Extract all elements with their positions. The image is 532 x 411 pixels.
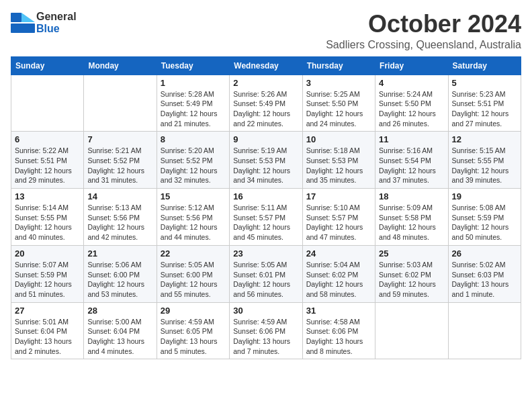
day-number: 14: [87, 191, 152, 201]
day-detail: Sunrise: 5:00 AM Sunset: 6:04 PM Dayligh…: [87, 317, 152, 357]
calendar-title: October 2024: [326, 11, 521, 38]
calendar-week-row: 1Sunrise: 5:28 AM Sunset: 5:49 PM Daylig…: [11, 75, 521, 132]
calendar-cell: [448, 302, 521, 359]
day-detail: Sunrise: 5:22 AM Sunset: 5:51 PM Dayligh…: [15, 146, 80, 185]
day-detail: Sunrise: 5:25 AM Sunset: 5:50 PM Dayligh…: [306, 89, 371, 129]
calendar-cell: 29Sunrise: 4:59 AM Sunset: 6:05 PM Dayli…: [157, 302, 229, 359]
day-detail: Sunrise: 5:18 AM Sunset: 5:53 PM Dayligh…: [306, 146, 371, 185]
calendar-week-row: 6Sunrise: 5:22 AM Sunset: 5:51 PM Daylig…: [11, 132, 521, 189]
day-number: 29: [161, 306, 226, 316]
day-detail: Sunrise: 5:28 AM Sunset: 5:49 PM Dayligh…: [161, 89, 226, 129]
calendar-cell: [375, 302, 448, 359]
day-detail: Sunrise: 5:20 AM Sunset: 5:52 PM Dayligh…: [161, 146, 226, 185]
calendar-cell: 3Sunrise: 5:25 AM Sunset: 5:50 PM Daylig…: [302, 75, 375, 132]
calendar-cell: 8Sunrise: 5:20 AM Sunset: 5:52 PM Daylig…: [157, 132, 229, 189]
day-number: 13: [15, 191, 80, 201]
calendar-cell: 1Sunrise: 5:28 AM Sunset: 5:49 PM Daylig…: [157, 75, 229, 132]
day-detail: Sunrise: 5:03 AM Sunset: 6:02 PM Dayligh…: [379, 260, 444, 300]
logo: General Blue: [11, 11, 77, 34]
calendar-cell: 4Sunrise: 5:24 AM Sunset: 5:50 PM Daylig…: [375, 75, 448, 132]
logo-line1: General: [36, 11, 77, 23]
day-number: 4: [379, 78, 444, 88]
calendar-cell: 26Sunrise: 5:02 AM Sunset: 6:03 PM Dayli…: [448, 245, 521, 302]
day-number: 2: [233, 78, 298, 88]
day-number: 15: [161, 191, 226, 201]
calendar-cell: 14Sunrise: 5:13 AM Sunset: 5:56 PM Dayli…: [84, 189, 157, 246]
weekday-header-row: SundayMondayTuesdayWednesdayThursdayFrid…: [11, 56, 521, 75]
day-number: 12: [452, 134, 517, 144]
weekday-header-wednesday: Wednesday: [230, 56, 302, 75]
day-detail: Sunrise: 5:05 AM Sunset: 6:00 PM Dayligh…: [161, 260, 226, 300]
day-detail: Sunrise: 5:02 AM Sunset: 6:03 PM Dayligh…: [452, 260, 517, 300]
weekday-header-tuesday: Tuesday: [157, 56, 229, 75]
day-detail: Sunrise: 5:11 AM Sunset: 5:57 PM Dayligh…: [233, 203, 298, 242]
calendar-cell: 13Sunrise: 5:14 AM Sunset: 5:55 PM Dayli…: [11, 189, 84, 246]
day-detail: Sunrise: 5:23 AM Sunset: 5:51 PM Dayligh…: [452, 89, 517, 129]
calendar-week-row: 20Sunrise: 5:07 AM Sunset: 5:59 PM Dayli…: [11, 245, 521, 302]
day-number: 23: [233, 248, 298, 259]
day-number: 31: [306, 306, 371, 316]
day-detail: Sunrise: 5:16 AM Sunset: 5:54 PM Dayligh…: [379, 146, 444, 185]
calendar-title-block: October 2024 Sadliers Crossing, Queensla…: [326, 11, 521, 51]
calendar-cell: 5Sunrise: 5:23 AM Sunset: 5:51 PM Daylig…: [448, 75, 521, 132]
calendar-cell: 27Sunrise: 5:01 AM Sunset: 6:04 PM Dayli…: [11, 302, 84, 359]
day-number: 21: [87, 248, 152, 259]
day-number: 3: [306, 78, 371, 88]
weekday-header-sunday: Sunday: [11, 56, 84, 75]
day-number: 30: [233, 306, 298, 316]
day-detail: Sunrise: 4:59 AM Sunset: 6:06 PM Dayligh…: [233, 317, 298, 357]
day-number: 19: [452, 191, 517, 201]
calendar-cell: 15Sunrise: 5:12 AM Sunset: 5:56 PM Dayli…: [157, 189, 229, 246]
day-detail: Sunrise: 5:01 AM Sunset: 6:04 PM Dayligh…: [15, 317, 80, 357]
day-number: 20: [15, 248, 80, 259]
calendar-cell: 21Sunrise: 5:06 AM Sunset: 6:00 PM Dayli…: [84, 245, 157, 302]
day-number: 16: [233, 191, 298, 201]
day-detail: Sunrise: 5:06 AM Sunset: 6:00 PM Dayligh…: [87, 260, 152, 300]
calendar-cell: 28Sunrise: 5:00 AM Sunset: 6:04 PM Dayli…: [84, 302, 157, 359]
day-detail: Sunrise: 5:15 AM Sunset: 5:55 PM Dayligh…: [452, 146, 517, 185]
day-detail: Sunrise: 5:13 AM Sunset: 5:56 PM Dayligh…: [87, 203, 152, 242]
calendar-cell: 18Sunrise: 5:09 AM Sunset: 5:58 PM Dayli…: [375, 189, 448, 246]
day-detail: Sunrise: 5:10 AM Sunset: 5:57 PM Dayligh…: [306, 203, 371, 242]
calendar-cell: 9Sunrise: 5:19 AM Sunset: 5:53 PM Daylig…: [230, 132, 302, 189]
day-number: 10: [306, 134, 371, 144]
calendar-week-row: 27Sunrise: 5:01 AM Sunset: 6:04 PM Dayli…: [11, 302, 521, 359]
day-detail: Sunrise: 5:21 AM Sunset: 5:52 PM Dayligh…: [87, 146, 152, 185]
logo-line2: Blue: [36, 23, 77, 35]
day-number: 24: [306, 248, 371, 259]
day-detail: Sunrise: 5:24 AM Sunset: 5:50 PM Dayligh…: [379, 89, 444, 129]
day-detail: Sunrise: 5:19 AM Sunset: 5:53 PM Dayligh…: [233, 146, 298, 185]
calendar-subtitle: Sadliers Crossing, Queensland, Australia: [326, 39, 521, 51]
calendar-cell: 19Sunrise: 5:08 AM Sunset: 5:59 PM Dayli…: [448, 189, 521, 246]
weekday-header-thursday: Thursday: [302, 56, 375, 75]
svg-rect-2: [11, 24, 35, 33]
calendar-cell: 24Sunrise: 5:04 AM Sunset: 6:02 PM Dayli…: [302, 245, 375, 302]
weekday-header-friday: Friday: [375, 56, 448, 75]
calendar-cell: [11, 75, 84, 132]
calendar-cell: 12Sunrise: 5:15 AM Sunset: 5:55 PM Dayli…: [448, 132, 521, 189]
day-number: 18: [379, 191, 444, 201]
day-number: 28: [87, 306, 152, 316]
day-number: 1: [161, 78, 226, 88]
day-detail: Sunrise: 5:04 AM Sunset: 6:02 PM Dayligh…: [306, 260, 371, 300]
calendar-cell: 7Sunrise: 5:21 AM Sunset: 5:52 PM Daylig…: [84, 132, 157, 189]
day-detail: Sunrise: 4:58 AM Sunset: 6:06 PM Dayligh…: [306, 317, 371, 357]
weekday-header-saturday: Saturday: [448, 56, 521, 75]
calendar-cell: 10Sunrise: 5:18 AM Sunset: 5:53 PM Dayli…: [302, 132, 375, 189]
calendar-cell: 25Sunrise: 5:03 AM Sunset: 6:02 PM Dayli…: [375, 245, 448, 302]
day-number: 25: [379, 248, 444, 259]
calendar-cell: 31Sunrise: 4:58 AM Sunset: 6:06 PM Dayli…: [302, 302, 375, 359]
calendar-cell: 2Sunrise: 5:26 AM Sunset: 5:49 PM Daylig…: [230, 75, 302, 132]
day-detail: Sunrise: 4:59 AM Sunset: 6:05 PM Dayligh…: [161, 317, 226, 357]
calendar-cell: [84, 75, 157, 132]
calendar-week-row: 13Sunrise: 5:14 AM Sunset: 5:55 PM Dayli…: [11, 189, 521, 246]
day-number: 6: [15, 134, 80, 144]
day-number: 17: [306, 191, 371, 201]
calendar-cell: 23Sunrise: 5:05 AM Sunset: 6:01 PM Dayli…: [230, 245, 302, 302]
weekday-header-monday: Monday: [84, 56, 157, 75]
day-detail: Sunrise: 5:26 AM Sunset: 5:49 PM Dayligh…: [233, 89, 298, 129]
calendar-cell: 22Sunrise: 5:05 AM Sunset: 6:00 PM Dayli…: [157, 245, 229, 302]
calendar-cell: 6Sunrise: 5:22 AM Sunset: 5:51 PM Daylig…: [11, 132, 84, 189]
day-detail: Sunrise: 5:14 AM Sunset: 5:55 PM Dayligh…: [15, 203, 80, 242]
day-detail: Sunrise: 5:09 AM Sunset: 5:58 PM Dayligh…: [379, 203, 444, 242]
